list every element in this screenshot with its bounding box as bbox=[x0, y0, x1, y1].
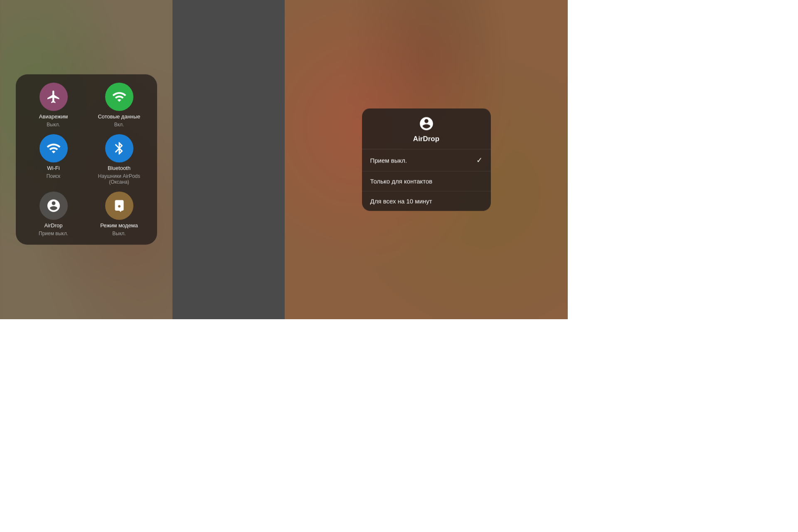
airdrop-option-everyone-label: Для всех на 10 минут bbox=[370, 198, 432, 205]
bluetooth-button[interactable] bbox=[105, 134, 133, 163]
control-center-grid: Авиарежим Выкл. Сотовые данные Вкл. bbox=[24, 83, 149, 236]
cellular-sublabel: Вкл. bbox=[114, 121, 124, 127]
airdrop-menu-icon bbox=[419, 116, 434, 132]
bluetooth-icon bbox=[112, 141, 127, 156]
bluetooth-item[interactable]: Bluetooth Наушники AirPods (Оксана) bbox=[90, 134, 149, 185]
airdrop-option-contacts-label: Только для контактов bbox=[370, 178, 433, 185]
airdrop-item[interactable]: AirDrop Прием выкл. bbox=[24, 192, 83, 236]
wifi-sublabel: Поиск bbox=[47, 173, 60, 179]
airplane-mode-label: Авиарежим bbox=[39, 113, 68, 120]
airdrop-option-everyone[interactable]: Для всех на 10 минут bbox=[362, 192, 491, 211]
airdrop-context-menu: AirDrop Прием выкл. ✓ Только для контакт… bbox=[362, 108, 491, 211]
bluetooth-label: Bluetooth bbox=[108, 165, 131, 172]
airplane-mode-sublabel: Выкл. bbox=[47, 121, 60, 127]
airdrop-label: AirDrop bbox=[44, 222, 62, 229]
hotspot-label: Режим модема bbox=[100, 222, 138, 229]
bluetooth-sublabel: Наушники AirPods (Оксана) bbox=[90, 173, 149, 185]
center-panel bbox=[172, 0, 285, 319]
airdrop-option-contacts[interactable]: Только для контактов bbox=[362, 172, 491, 192]
airplane-mode-item[interactable]: Авиарежим Выкл. bbox=[24, 83, 83, 128]
cellular-icon bbox=[112, 89, 127, 104]
hotspot-item[interactable]: Режим модема Выкл. bbox=[90, 192, 149, 236]
hotspot-sublabel: Выкл. bbox=[112, 231, 126, 236]
airplane-mode-button[interactable] bbox=[39, 83, 68, 111]
hotspot-icon bbox=[112, 198, 127, 213]
right-panel: AirDrop Прием выкл. ✓ Только для контакт… bbox=[285, 0, 568, 319]
airdrop-option-off-check: ✓ bbox=[476, 156, 483, 165]
left-panel: Авиарежим Выкл. Сотовые данные Вкл. bbox=[0, 0, 172, 319]
wifi-button[interactable] bbox=[39, 134, 68, 163]
cellular-item[interactable]: Сотовые данные Вкл. bbox=[90, 83, 149, 128]
airdrop-option-off-label: Прием выкл. bbox=[370, 157, 407, 164]
cellular-button[interactable] bbox=[105, 83, 133, 111]
hotspot-button[interactable] bbox=[105, 192, 133, 220]
airdrop-button[interactable] bbox=[39, 192, 68, 220]
airdrop-icon bbox=[46, 198, 61, 213]
airdrop-option-off[interactable]: Прием выкл. ✓ bbox=[362, 150, 491, 172]
cellular-label: Сотовые данные bbox=[98, 113, 140, 120]
wifi-label: Wi-Fi bbox=[47, 165, 59, 172]
wifi-icon bbox=[46, 141, 61, 156]
wifi-item[interactable]: Wi-Fi Поиск bbox=[24, 134, 83, 185]
control-center-card: Авиарежим Выкл. Сотовые данные Вкл. bbox=[16, 74, 157, 245]
airplane-icon bbox=[46, 89, 61, 104]
airdrop-sublabel: Прием выкл. bbox=[39, 231, 68, 236]
airdrop-menu-header: AirDrop bbox=[362, 108, 491, 150]
airdrop-menu-title: AirDrop bbox=[413, 135, 439, 143]
